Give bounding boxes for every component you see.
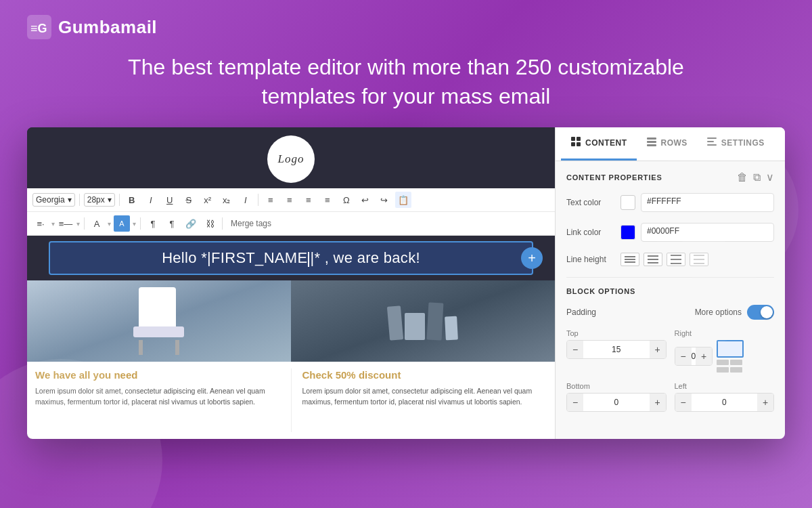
bg-color-button[interactable]: A bbox=[114, 215, 130, 232]
indent-button[interactable]: ¶ bbox=[145, 215, 161, 232]
italic2-button[interactable]: I bbox=[238, 192, 254, 208]
add-block-button[interactable]: + bbox=[521, 247, 543, 269]
bottom-label: Bottom bbox=[566, 382, 667, 390]
bg-shape-3 bbox=[650, 237, 758, 345]
toolbar-sep-6 bbox=[222, 217, 223, 230]
img-align-placeholder bbox=[717, 340, 744, 373]
padding-top-right-fields: Top − 15 + Right − 0 + bbox=[566, 329, 774, 373]
email-images bbox=[27, 280, 555, 362]
top-value[interactable]: 15 bbox=[583, 345, 650, 354]
svg-rect-5 bbox=[577, 142, 581, 146]
email-subject-text: Hello *|FIRST_NAME|* , we are back! bbox=[162, 249, 420, 267]
outdent-button[interactable]: ¶ bbox=[164, 215, 180, 232]
svg-rect-2 bbox=[571, 137, 575, 141]
right-increase-button[interactable]: + bbox=[696, 347, 712, 366]
link-color-swatch[interactable] bbox=[621, 225, 635, 240]
email-col-2: Check 50% discount Lorem ipsum dolor sit… bbox=[300, 368, 550, 432]
line-height-1-button[interactable] bbox=[621, 253, 639, 266]
left-label: Left bbox=[675, 382, 775, 390]
bottom-value[interactable]: 0 bbox=[583, 398, 650, 407]
redo-button[interactable]: ↪ bbox=[376, 192, 392, 208]
tab-content-label: CONTENT bbox=[585, 138, 627, 148]
align-center-button[interactable]: ≡ bbox=[281, 192, 298, 208]
top-number-input: − 15 + bbox=[566, 340, 667, 359]
editor-toolbar: Georgia ▾ 28px ▾ B I U S x² x₂ I ≡ ≡ bbox=[27, 188, 555, 236]
toolbar-sep-5 bbox=[140, 217, 141, 230]
bottom-number-input: − 0 + bbox=[566, 393, 667, 412]
font-color-button[interactable]: A bbox=[89, 215, 105, 232]
svg-text:≡G: ≡G bbox=[30, 22, 47, 35]
copy-format-button[interactable]: 📋 bbox=[395, 192, 411, 208]
line-height-label: Line height bbox=[566, 255, 621, 264]
svg-rect-4 bbox=[571, 142, 575, 146]
padding-left-group: Left − 0 + bbox=[675, 382, 775, 412]
cursor bbox=[308, 252, 309, 267]
header: ≡G Gumbamail bbox=[0, 0, 812, 39]
brand-name: Gumbamail bbox=[58, 17, 157, 38]
bottom-decrease-button[interactable]: − bbox=[567, 393, 583, 412]
top-decrease-button[interactable]: − bbox=[567, 340, 583, 359]
unlink-button[interactable]: ⛓ bbox=[202, 215, 218, 232]
padding-bottom-group: Bottom − 0 + bbox=[566, 382, 667, 412]
content-tab-icon bbox=[570, 136, 581, 150]
headline: The best template editor with more than … bbox=[0, 53, 812, 111]
padding-bottom-left-fields: Bottom − 0 + Left − 0 + bbox=[566, 382, 774, 412]
right-number-input: − 0 + bbox=[675, 347, 713, 366]
tab-content[interactable]: CONTENT bbox=[561, 127, 637, 161]
strikethrough-button[interactable]: S bbox=[181, 192, 197, 208]
left-number-input: − 0 + bbox=[675, 393, 775, 412]
rows-tab-icon bbox=[646, 136, 657, 150]
text-edit-container: Hello *|FIRST_NAME|* , we are back! + bbox=[27, 236, 555, 280]
subscript-button[interactable]: x₂ bbox=[219, 192, 235, 208]
special-chars-button[interactable]: Ω bbox=[338, 192, 355, 208]
padding-toggle[interactable] bbox=[747, 305, 774, 320]
top-label: Top bbox=[566, 329, 667, 337]
undo-button[interactable]: ↩ bbox=[357, 192, 374, 208]
col2-title: Check 50% discount bbox=[302, 368, 547, 382]
list-unordered-button[interactable]: ≡— bbox=[58, 215, 74, 232]
padding-top-group: Top − 15 + bbox=[566, 329, 667, 373]
svg-rect-7 bbox=[647, 141, 656, 143]
align-right-button[interactable]: ≡ bbox=[300, 192, 317, 208]
toolbar-sep-2 bbox=[119, 194, 120, 206]
text-edit-area[interactable]: Hello *|FIRST_NAME|* , we are back! + bbox=[49, 241, 533, 275]
superscript-button[interactable]: x² bbox=[200, 192, 216, 208]
top-increase-button[interactable]: + bbox=[650, 340, 666, 359]
toolbar-sep-4 bbox=[84, 217, 85, 230]
email-logo: Logo bbox=[267, 135, 315, 183]
toolbar-row1: Georgia ▾ 28px ▾ B I U S x² x₂ I ≡ ≡ bbox=[27, 188, 555, 212]
left-value[interactable]: 0 bbox=[692, 398, 758, 407]
col-divider bbox=[291, 368, 292, 432]
image-right bbox=[291, 280, 555, 362]
toolbar-row2: ≡· ▾ ≡— ▾ A ▾ A ▾ ¶ ¶ 🔗 ⛓ Merge tags bbox=[27, 212, 555, 235]
underline-button[interactable]: U bbox=[162, 192, 178, 208]
right-value[interactable]: 0 bbox=[692, 352, 696, 361]
align-left-button[interactable]: ≡ bbox=[263, 192, 279, 208]
font-selector[interactable]: Georgia ▾ bbox=[32, 193, 75, 207]
svg-rect-3 bbox=[577, 137, 581, 141]
col2-body: Lorem ipsum dolor sit amet, consectetur … bbox=[302, 386, 547, 408]
link-button[interactable]: 🔗 bbox=[183, 215, 199, 232]
left-decrease-button[interactable]: − bbox=[675, 393, 692, 412]
svg-rect-8 bbox=[647, 144, 656, 146]
brand-logo-icon: ≡G bbox=[27, 15, 51, 39]
align-justify-button[interactable]: ≡ bbox=[319, 192, 336, 208]
toolbar-sep-1 bbox=[79, 194, 80, 206]
right-decrease-button[interactable]: − bbox=[675, 347, 692, 366]
text-color-label: Text color bbox=[566, 198, 621, 207]
bold-button[interactable]: B bbox=[124, 192, 140, 208]
list-ordered-button[interactable]: ≡· bbox=[32, 215, 49, 232]
text-color-swatch[interactable] bbox=[621, 195, 635, 210]
font-size-selector[interactable]: 28px ▾ bbox=[84, 193, 115, 207]
left-increase-button[interactable]: + bbox=[757, 393, 773, 412]
bottom-increase-button[interactable]: + bbox=[650, 393, 666, 412]
italic-button[interactable]: I bbox=[143, 192, 159, 208]
merge-tags-button[interactable]: Merge tags bbox=[227, 217, 275, 230]
image-left bbox=[27, 280, 291, 362]
link-color-label: Link color bbox=[566, 228, 621, 237]
toolbar-sep-3 bbox=[258, 194, 258, 206]
toggle-knob bbox=[761, 306, 773, 318]
svg-rect-6 bbox=[647, 137, 656, 140]
email-header-bar: Logo bbox=[27, 127, 555, 188]
